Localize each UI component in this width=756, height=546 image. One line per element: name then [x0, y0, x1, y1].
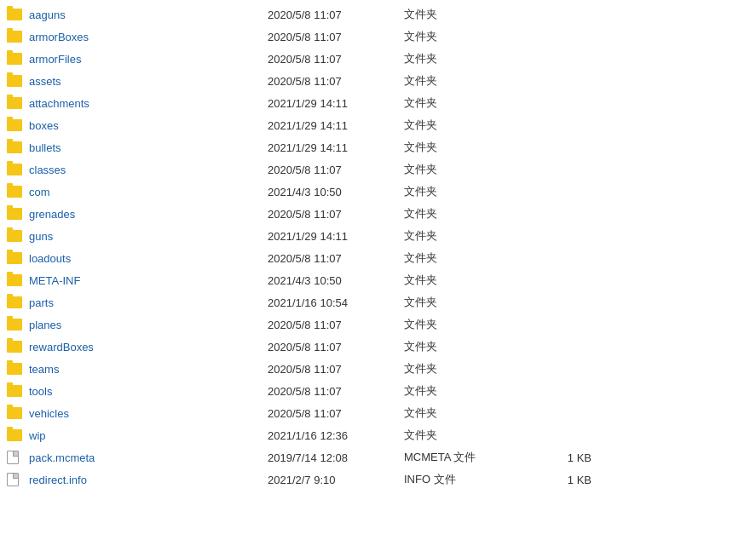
file-name: guns — [29, 230, 268, 243]
table-row[interactable]: parts2021/1/16 10:54文件夹 — [0, 291, 756, 313]
file-date: 2021/4/3 10:50 — [268, 186, 404, 198]
folder-icon — [7, 274, 22, 286]
table-row[interactable]: armorFiles2020/5/8 11:07文件夹 — [0, 48, 756, 70]
folder-icon — [7, 252, 22, 264]
table-row[interactable]: assets2020/5/8 11:07文件夹 — [0, 70, 756, 92]
folder-icon — [7, 53, 22, 65]
file-name: aaguns — [29, 9, 268, 21]
folder-icon — [7, 208, 22, 220]
file-type: INFO 文件 — [404, 472, 523, 487]
file-type: 文件夹 — [404, 273, 523, 288]
file-type: 文件夹 — [404, 51, 523, 66]
file-type: 文件夹 — [404, 184, 523, 199]
file-date: 2020/5/8 11:07 — [268, 407, 404, 420]
table-row[interactable]: guns2021/1/29 14:11文件夹 — [0, 225, 756, 247]
table-row[interactable]: vehicles2020/5/8 11:07文件夹 — [0, 402, 756, 424]
folder-icon — [7, 31, 22, 43]
folder-icon — [7, 385, 22, 397]
file-type: 文件夹 — [404, 295, 523, 310]
table-row[interactable]: grenades2020/5/8 11:07文件夹 — [0, 203, 756, 225]
file-type: 文件夹 — [404, 95, 523, 111]
file-name: tools — [29, 385, 268, 398]
table-row[interactable]: tools2020/5/8 11:07文件夹 — [0, 380, 756, 402]
folder-icon — [7, 341, 22, 353]
table-row[interactable]: META-INF2021/4/3 10:50文件夹 — [0, 269, 756, 291]
folder-icon — [7, 363, 22, 375]
folder-icon — [7, 407, 22, 419]
file-date: 2020/5/8 11:07 — [268, 75, 404, 88]
file-name: parts — [29, 296, 268, 309]
file-date: 2021/1/29 14:11 — [268, 119, 404, 132]
table-row[interactable]: rewardBoxes2020/5/8 11:07文件夹 — [0, 336, 756, 358]
file-name: com — [29, 186, 268, 198]
table-row[interactable]: pack.mcmeta2019/7/14 12:08MCMETA 文件1 KB — [0, 446, 756, 468]
table-row[interactable]: wip2021/1/16 12:36文件夹 — [0, 424, 756, 446]
folder-icon — [7, 319, 22, 330]
file-date: 2020/5/8 11:07 — [268, 363, 404, 376]
file-name: META-INF — [29, 274, 268, 287]
file-icon — [7, 451, 19, 464]
file-size: 1 KB — [523, 474, 592, 486]
file-date: 2020/5/8 11:07 — [268, 319, 404, 331]
folder-icon — [7, 296, 22, 308]
file-type: 文件夹 — [404, 118, 523, 133]
file-name: rewardBoxes — [29, 341, 268, 353]
file-type: 文件夹 — [404, 140, 523, 155]
file-date: 2020/5/8 11:07 — [268, 208, 404, 221]
file-type: 文件夹 — [404, 206, 523, 221]
file-name: bullets — [29, 141, 268, 154]
file-type: 文件夹 — [404, 361, 523, 376]
file-date: 2021/1/29 14:11 — [268, 97, 404, 110]
file-name: classes — [29, 164, 268, 176]
file-date: 2021/4/3 10:50 — [268, 274, 404, 287]
file-list: aaguns2020/5/8 11:07文件夹armorBoxes2020/5/… — [0, 3, 756, 491]
folder-icon — [7, 230, 22, 242]
file-date: 2021/2/7 9:10 — [268, 474, 404, 486]
folder-icon — [7, 119, 22, 131]
file-date: 2021/1/29 14:11 — [268, 230, 404, 243]
table-row[interactable]: boxes2021/1/29 14:11文件夹 — [0, 114, 756, 136]
file-type: 文件夹 — [404, 339, 523, 354]
table-row[interactable]: classes2020/5/8 11:07文件夹 — [0, 158, 756, 181]
folder-icon — [7, 9, 22, 20]
file-type: 文件夹 — [404, 73, 523, 89]
file-name: armorBoxes — [29, 31, 268, 43]
file-date: 2020/5/8 11:07 — [268, 31, 404, 43]
table-row[interactable]: com2021/4/3 10:50文件夹 — [0, 181, 756, 203]
file-date: 2020/5/8 11:07 — [268, 252, 404, 265]
file-date: 2019/7/14 12:08 — [268, 451, 404, 464]
folder-icon — [7, 97, 22, 109]
file-name: boxes — [29, 119, 268, 132]
table-row[interactable]: bullets2021/1/29 14:11文件夹 — [0, 136, 756, 158]
file-date: 2020/5/8 11:07 — [268, 9, 404, 21]
folder-icon — [7, 141, 22, 153]
file-type: 文件夹 — [404, 228, 523, 244]
file-name: wip — [29, 429, 268, 442]
table-row[interactable]: aaguns2020/5/8 11:07文件夹 — [0, 3, 756, 26]
table-row[interactable]: armorBoxes2020/5/8 11:07文件夹 — [0, 26, 756, 48]
file-icon — [7, 473, 19, 486]
file-name: attachments — [29, 97, 268, 110]
file-size: 1 KB — [523, 451, 592, 464]
file-type: 文件夹 — [404, 29, 523, 44]
file-type: 文件夹 — [404, 428, 523, 443]
file-name: pack.mcmeta — [29, 451, 268, 464]
folder-icon — [7, 429, 22, 441]
file-date: 2021/1/29 14:11 — [268, 141, 404, 154]
table-row[interactable]: planes2020/5/8 11:07文件夹 — [0, 313, 756, 336]
table-row[interactable]: redirect.info2021/2/7 9:10INFO 文件1 KB — [0, 468, 756, 491]
table-row[interactable]: attachments2021/1/29 14:11文件夹 — [0, 92, 756, 114]
table-row[interactable]: loadouts2020/5/8 11:07文件夹 — [0, 247, 756, 269]
file-name: teams — [29, 363, 268, 376]
file-type: MCMETA 文件 — [404, 450, 523, 465]
file-date: 2020/5/8 11:07 — [268, 53, 404, 66]
file-name: planes — [29, 319, 268, 331]
file-type: 文件夹 — [404, 317, 523, 332]
file-type: 文件夹 — [404, 162, 523, 177]
file-type: 文件夹 — [404, 250, 523, 266]
file-date: 2021/1/16 12:36 — [268, 429, 404, 442]
file-name: loadouts — [29, 252, 268, 265]
folder-icon — [7, 186, 22, 198]
file-type: 文件夹 — [404, 7, 523, 22]
table-row[interactable]: teams2020/5/8 11:07文件夹 — [0, 358, 756, 380]
